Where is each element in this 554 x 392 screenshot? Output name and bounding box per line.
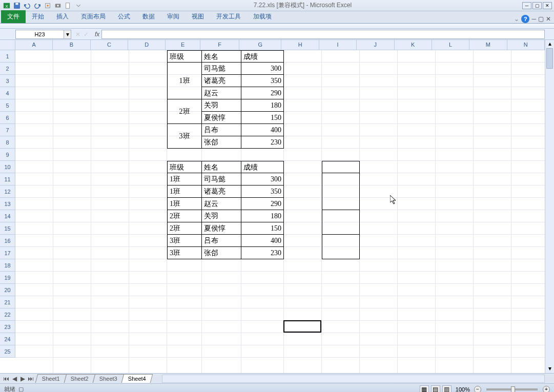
cell-E6[interactable] <box>167 112 202 124</box>
row-header-4[interactable]: 4 <box>0 87 15 99</box>
formula-bar[interactable] <box>101 30 545 39</box>
fx-confirm-icon[interactable]: ✓ <box>84 31 89 38</box>
scroll-up-icon[interactable]: ▴ <box>545 40 554 48</box>
row-header-13[interactable]: 13 <box>0 198 15 210</box>
row-header-16[interactable]: 16 <box>0 235 15 247</box>
cell-F8[interactable]: 张郃 <box>202 136 241 149</box>
maximize-button[interactable]: ▢ <box>532 2 542 9</box>
row-header-8[interactable]: 8 <box>0 136 15 149</box>
qat-icon-3[interactable] <box>64 1 73 10</box>
row-header-9[interactable]: 9 <box>0 149 15 161</box>
vertical-scroll-thumb[interactable] <box>546 48 553 69</box>
cell-I13[interactable] <box>322 198 360 210</box>
column-header-B[interactable]: B <box>53 40 90 50</box>
cell-E8[interactable] <box>167 136 202 149</box>
zoom-slider-thumb[interactable] <box>511 386 515 393</box>
cell-G17[interactable]: 230 <box>241 247 284 259</box>
macro-record-icon[interactable]: ▢ <box>18 386 24 392</box>
ribbon-tab-7[interactable]: 开发工具 <box>210 10 247 23</box>
cell-F4[interactable]: 赵云 <box>202 87 241 99</box>
ribbon-tab-3[interactable]: 公式 <box>112 10 136 23</box>
cell-G4[interactable]: 290 <box>241 87 284 99</box>
row-header-15[interactable]: 15 <box>0 222 15 235</box>
cell-G16[interactable]: 400 <box>241 235 284 247</box>
cell-G10[interactable]: 成绩 <box>241 161 284 173</box>
cell-I17[interactable] <box>322 247 360 259</box>
sheet-tab-Sheet4[interactable]: Sheet4 <box>121 374 152 383</box>
row-header-14[interactable]: 14 <box>0 210 15 222</box>
column-header-G[interactable]: G <box>239 40 281 50</box>
cell-F11[interactable]: 司马懿 <box>202 173 241 185</box>
undo-icon[interactable] <box>23 1 32 10</box>
column-header-C[interactable]: C <box>91 40 128 50</box>
row-header-7[interactable]: 7 <box>0 124 15 136</box>
row-header-3[interactable]: 3 <box>0 75 15 87</box>
cell-E15[interactable]: 2班 <box>167 222 202 235</box>
cell-F16[interactable]: 吕布 <box>202 235 241 247</box>
sheet-tab-Sheet2[interactable]: Sheet2 <box>64 374 95 383</box>
page-break-view-icon[interactable]: ▥ <box>442 385 452 393</box>
cell-G1[interactable]: 成绩 <box>241 50 284 63</box>
cell-G2[interactable]: 300 <box>241 63 284 75</box>
cell-F7[interactable]: 吕布 <box>202 124 241 136</box>
ribbon-tab-2[interactable]: 页面布局 <box>75 10 112 23</box>
minimize-button[interactable]: ─ <box>522 2 531 9</box>
zoom-in-button[interactable]: + <box>543 386 550 393</box>
page-layout-view-icon[interactable]: ▤ <box>431 385 440 393</box>
sheet-nav-prev-icon[interactable]: ◀ <box>10 375 18 383</box>
row-headers[interactable]: 1234567891011121314151617181920212223242… <box>0 50 15 373</box>
column-header-I[interactable]: I <box>319 40 357 50</box>
cell-E16[interactable]: 3班 <box>167 235 202 247</box>
cell-G15[interactable]: 150 <box>241 222 284 235</box>
row-header-6[interactable]: 6 <box>0 112 15 124</box>
column-header-E[interactable]: E <box>166 40 200 50</box>
normal-view-icon[interactable]: ▦ <box>420 385 429 393</box>
file-tab[interactable]: 文件 <box>1 10 26 23</box>
excel-icon[interactable]: X <box>2 1 11 10</box>
ribbon-options-icon[interactable]: ⌄ <box>514 15 519 23</box>
cell-G13[interactable]: 290 <box>241 198 284 210</box>
cell-G7[interactable]: 400 <box>241 124 284 136</box>
cell-F3[interactable]: 诸葛亮 <box>202 75 241 87</box>
cell-E17[interactable]: 3班 <box>167 247 202 259</box>
sheet-nav-last-icon[interactable]: ⏭ <box>27 375 35 383</box>
column-header-L[interactable]: L <box>432 40 469 50</box>
cell-I10[interactable] <box>322 161 360 173</box>
column-header-N[interactable]: N <box>507 40 545 50</box>
cell-F13[interactable]: 赵云 <box>202 198 241 210</box>
cell-G12[interactable]: 350 <box>241 185 284 198</box>
cell-F12[interactable]: 诸葛亮 <box>202 185 241 198</box>
cell-E1[interactable]: 班级 <box>167 50 202 63</box>
cell-F6[interactable]: 夏侯惇 <box>202 112 241 124</box>
column-header-K[interactable]: K <box>395 40 432 50</box>
qat-icon-1[interactable] <box>43 1 52 10</box>
column-header-M[interactable]: M <box>469 40 507 50</box>
cell-G14[interactable]: 180 <box>241 210 284 222</box>
row-header-5[interactable]: 5 <box>0 99 15 112</box>
row-header-21[interactable]: 21 <box>0 296 15 308</box>
cell-F1[interactable]: 姓名 <box>202 50 241 63</box>
close-button[interactable]: ✕ <box>543 2 552 9</box>
qat-dropdown-icon[interactable] <box>74 1 83 10</box>
select-all-corner[interactable] <box>0 40 15 50</box>
column-header-J[interactable]: J <box>357 40 394 50</box>
cell-F5[interactable]: 关羽 <box>202 99 241 112</box>
cell-E10[interactable]: 班级 <box>167 161 202 173</box>
name-box-dropdown-icon[interactable]: ▾ <box>64 30 71 39</box>
cell-F10[interactable]: 姓名 <box>202 161 241 173</box>
cell-E14[interactable]: 2班 <box>167 210 202 222</box>
zoom-level[interactable]: 100% <box>456 386 470 393</box>
sheet-tab-Sheet1[interactable]: Sheet1 <box>35 374 67 383</box>
column-headers[interactable]: ABCDEFGHIJKLMN <box>15 40 545 50</box>
row-header-11[interactable]: 11 <box>0 173 15 185</box>
row-header-20[interactable]: 20 <box>0 284 15 296</box>
cell-E11[interactable]: 1班 <box>167 173 202 185</box>
row-header-23[interactable]: 23 <box>0 321 15 333</box>
save-icon[interactable] <box>12 1 22 10</box>
name-box[interactable]: H23 <box>15 30 64 39</box>
redo-icon[interactable] <box>33 1 42 10</box>
row-header-19[interactable]: 19 <box>0 272 15 284</box>
qat-icon-2[interactable] <box>53 1 63 10</box>
fx-icon[interactable]: fx <box>93 31 101 38</box>
cell-G6[interactable]: 150 <box>241 112 284 124</box>
